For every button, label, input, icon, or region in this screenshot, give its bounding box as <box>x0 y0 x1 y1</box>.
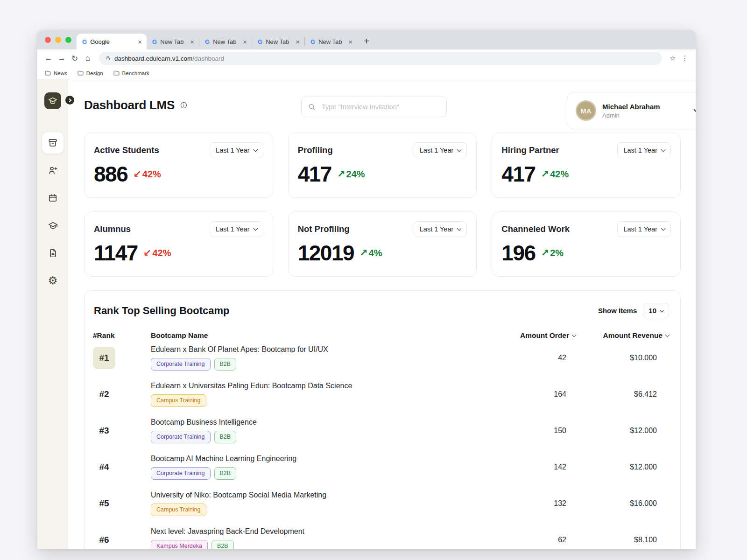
sidebar-item-archive[interactable] <box>42 132 63 154</box>
trend-up-arrow-icon: ↗ <box>541 168 550 180</box>
stat-card-profiling: Profiling Last 1 Year 417 ↗24% <box>288 133 477 198</box>
sidebar-item-calendar[interactable] <box>42 187 63 209</box>
show-items-label: Show Items <box>598 307 637 315</box>
tag-corporate-training: Corporate Training <box>151 358 211 371</box>
back-button[interactable]: ← <box>42 52 55 65</box>
stat-title: Not Profiling <box>298 224 350 234</box>
tag-corporate-training: Corporate Training <box>151 431 211 443</box>
table-row: #6 Next level: Javaspring Back-End Devel… <box>93 522 669 549</box>
bookmark-folder-benchmark[interactable]: Benchmark <box>113 70 149 76</box>
period-label: Last 1 Year <box>420 225 454 233</box>
tag-list: Corporate Training B2B <box>151 358 501 371</box>
period-dropdown[interactable]: Last 1 Year <box>210 142 263 158</box>
lock-icon <box>105 56 111 61</box>
url-path: /dashboard <box>192 55 224 62</box>
chevron-down-icon <box>253 147 258 152</box>
tab-label: Google <box>90 38 134 45</box>
archive-icon <box>48 138 58 148</box>
trend-down-arrow-icon: ↙ <box>143 247 152 259</box>
chevron-down-icon <box>457 147 462 152</box>
table-row: #2 Edulearn x Universitas Paling Edun: B… <box>93 376 669 413</box>
sidebar: ⚙ <box>37 79 68 549</box>
chevron-down-icon[interactable] <box>693 107 696 112</box>
period-label: Last 1 Year <box>623 147 657 154</box>
trend-indicator: ↙42% <box>143 247 171 259</box>
address-bar[interactable]: dashboard.edulearn.v1.com/dashboard <box>99 52 662 65</box>
close-window-button[interactable] <box>45 37 51 43</box>
url-text: dashboard.edulearn.v1.com/dashboard <box>114 55 224 62</box>
info-icon[interactable] <box>180 101 188 109</box>
period-dropdown[interactable]: Last 1 Year <box>617 221 671 237</box>
bookmark-label: News <box>54 70 67 76</box>
tag-b2b: B2B <box>214 467 237 480</box>
stat-title: Channeled Work <box>501 224 570 234</box>
tab-close-icon[interactable]: × <box>243 38 247 45</box>
period-dropdown[interactable]: Last 1 Year <box>414 142 467 158</box>
tab-label: New Tab <box>160 38 187 45</box>
show-items-dropdown[interactable]: 10 <box>643 303 669 318</box>
stat-title: Active Students <box>94 145 159 155</box>
bookmark-folder-design[interactable]: Design <box>78 70 103 76</box>
reload-button[interactable]: ↻ <box>68 52 81 65</box>
home-button[interactable]: ⌂ <box>81 52 94 65</box>
user-profile[interactable]: MA Michael Abraham Admin <box>567 92 696 129</box>
app-logo[interactable] <box>44 92 61 109</box>
trend-indicator: ↗42% <box>541 168 569 180</box>
bootcamp-cell: Bootcamp AI Machine Learning Engineering… <box>151 455 501 480</box>
stat-card-not-profiling: Not Profiling Last 1 Year 12019 ↗4% <box>288 211 477 277</box>
amount-revenue-value: $16.000 <box>576 499 669 508</box>
bookmark-folder-news[interactable]: News <box>45 70 67 76</box>
url-host: dashboard.edulearn.v1.com <box>114 55 192 62</box>
bookmark-star-icon[interactable]: ☆ <box>667 54 679 63</box>
tab-new-tab-3[interactable]: G New Tab × <box>252 34 304 49</box>
tab-close-icon[interactable]: × <box>348 38 352 45</box>
column-header-order[interactable]: Amount Order <box>501 331 576 340</box>
google-favicon-icon: G <box>205 38 210 45</box>
browser-menu-icon[interactable]: ⋮ <box>679 54 691 63</box>
tab-new-tab-4[interactable]: G New Tab × <box>305 34 357 49</box>
sidebar-item-settings[interactable]: ⚙ <box>42 270 63 291</box>
period-label: Last 1 Year <box>216 147 250 154</box>
tab-close-icon[interactable]: × <box>296 38 300 45</box>
tab-google[interactable]: G Google × <box>77 34 147 49</box>
main-content: Dashboard LMS MA Michael Abraham <box>68 79 696 549</box>
rank-badge: #6 <box>93 529 115 549</box>
column-header-rank: #Rank <box>93 331 151 340</box>
trend-indicator: ↗2% <box>541 247 564 259</box>
tab-close-icon[interactable]: × <box>138 38 142 45</box>
tag-kampus-merdeka: Kampus Merdeka <box>151 540 208 549</box>
tab-new-tab-1[interactable]: G New Tab × <box>147 34 199 49</box>
column-header-revenue[interactable]: Amount Revenue <box>576 331 669 340</box>
column-header-name: Bootcamp Name <box>151 331 501 340</box>
tag-list: Kampus Merdeka B2B <box>151 540 501 549</box>
sidebar-item-documents[interactable] <box>42 242 63 264</box>
search-input[interactable] <box>321 103 440 111</box>
sidebar-item-academy[interactable] <box>42 215 63 236</box>
bookmark-label: Design <box>86 70 103 76</box>
rank-top-selling-section: Rank Top Selling Bootcamp Show Items 10 … <box>84 290 681 549</box>
new-tab-button[interactable]: + <box>364 36 369 46</box>
show-items-value: 10 <box>648 307 656 315</box>
period-dropdown[interactable]: Last 1 Year <box>414 221 467 237</box>
sidebar-item-add-student[interactable] <box>42 160 63 181</box>
zoom-window-button[interactable] <box>65 37 71 43</box>
tab-new-tab-2[interactable]: G New Tab × <box>199 34 252 49</box>
document-icon <box>48 248 58 258</box>
tag-b2b: B2B <box>211 540 234 549</box>
amount-revenue-value: $10.000 <box>576 354 669 362</box>
sidebar-expand-button[interactable] <box>64 95 75 105</box>
user-meta: Michael Abraham Admin <box>602 103 688 119</box>
column-header-label: Amount Revenue <box>603 331 662 340</box>
section-title: Rank Top Selling Bootcamp <box>94 305 230 317</box>
stats-grid: Active Students Last 1 Year 886 ↙42% Pro… <box>84 133 681 277</box>
forward-button[interactable]: → <box>55 52 68 65</box>
bookmarks-bar: News Design Benchmark <box>37 67 696 79</box>
period-dropdown[interactable]: Last 1 Year <box>617 142 671 158</box>
bootcamp-cell: Edulearn x Bank Of Planet Apes: Bootcamp… <box>151 345 501 371</box>
minimize-window-button[interactable] <box>55 37 61 43</box>
period-label: Last 1 Year <box>623 225 657 233</box>
bootcamp-cell: University of Niko: Bootcamp Social Medi… <box>151 491 501 516</box>
stat-value: 1147 <box>94 242 138 264</box>
period-dropdown[interactable]: Last 1 Year <box>210 221 263 237</box>
tab-close-icon[interactable]: × <box>190 38 194 45</box>
